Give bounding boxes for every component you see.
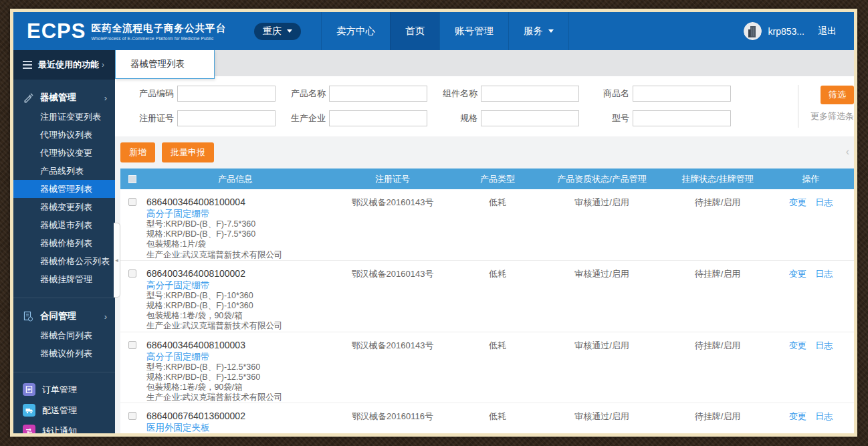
sidebar-group-label: 合同管理 bbox=[40, 310, 76, 322]
filter-label: 生产企业 bbox=[287, 112, 326, 124]
nav-home[interactable]: 首页 bbox=[390, 12, 439, 50]
sidebar-item-agency-agreement-list[interactable]: 代理协议列表 bbox=[13, 126, 115, 144]
chevron-down-icon bbox=[287, 29, 292, 33]
qual-status-cell: 审核通过/启用 bbox=[536, 266, 667, 332]
chevron-left-icon[interactable]: ‹ bbox=[846, 146, 849, 158]
qual-status-cell: 审核通过/启用 bbox=[536, 409, 667, 433]
product-name-input[interactable] bbox=[329, 86, 427, 102]
nav-seller-center[interactable]: 卖方中心 bbox=[321, 12, 390, 50]
table-row: 6864006764013600002 医用外固定夹板 型号:肩臂型-S;肩臂型… bbox=[120, 403, 854, 433]
recent-functions-toggle[interactable]: 最近使用的功能 › bbox=[13, 50, 115, 80]
add-button[interactable]: 新增 bbox=[120, 142, 155, 162]
sidebar-item-device-change-list[interactable]: 器械变更列表 bbox=[13, 198, 115, 216]
sidebar-group-label: 器械管理 bbox=[40, 92, 76, 104]
change-link[interactable]: 变更 bbox=[789, 197, 806, 209]
sidebar-item-device-price-public-list[interactable]: 器械价格公示列表 bbox=[13, 252, 115, 270]
row-checkbox[interactable] bbox=[128, 269, 136, 277]
batch-declare-button[interactable]: 批量申报 bbox=[162, 142, 214, 162]
sidebar-item-cert-change-list[interactable]: 注册证变更列表 bbox=[13, 108, 115, 126]
chevron-right-icon: › bbox=[104, 312, 107, 322]
nav-account-management[interactable]: 账号管理 bbox=[439, 12, 508, 50]
product-code-input[interactable] bbox=[177, 86, 276, 102]
col-header-product-type: 产品类型 bbox=[459, 169, 536, 189]
nav-services[interactable]: 服务 bbox=[508, 12, 569, 50]
product-info-cell: 6864003464008100003 高分子固定绷带 型号:KRP/BD-(B… bbox=[144, 338, 326, 403]
row-checkbox[interactable] bbox=[128, 412, 136, 420]
sidebar-collapse-handle[interactable]: ◂ bbox=[114, 223, 120, 298]
sidebar-item-device-negotiation-list[interactable]: 器械议价列表 bbox=[13, 344, 115, 362]
sidebar-item-device-price-list[interactable]: 器械价格列表 bbox=[13, 234, 115, 252]
recent-menu-popup: 器械管理列表 bbox=[115, 50, 215, 79]
chevron-right-icon: › bbox=[102, 60, 104, 70]
row-checkbox[interactable] bbox=[128, 198, 136, 206]
sidebar-item-agency-agreement-change[interactable]: 代理协议变更 bbox=[13, 144, 115, 162]
platform-title: 医药全流程电子商务公共平台 bbox=[91, 22, 226, 35]
cert-number-cell: 鄂汉械备20160116号 bbox=[326, 409, 459, 433]
more-filters-link[interactable]: 更多筛选条 bbox=[798, 110, 854, 122]
operations-cell: 变更 日志 bbox=[768, 266, 854, 332]
sidebar-item-device-listing-management[interactable]: 器械挂牌管理 bbox=[13, 270, 115, 288]
product-name-link[interactable]: 高分子固定绷带 bbox=[146, 280, 326, 291]
chevron-down-icon bbox=[548, 29, 554, 33]
recent-menu-item[interactable]: 器械管理列表 bbox=[130, 58, 185, 70]
sidebar-item-order-management[interactable]: 订单管理 bbox=[13, 379, 115, 400]
screen-frame: ECPS 医药全流程电子商务公共平台 WholeProcess of E-Com… bbox=[10, 9, 857, 437]
operations-cell: 变更 日志 bbox=[768, 195, 854, 260]
trade-name-input[interactable] bbox=[633, 86, 731, 102]
product-type-cell: 低耗 bbox=[459, 266, 536, 332]
product-name-link[interactable]: 高分子固定绷带 bbox=[146, 351, 326, 362]
filter-label: 注册证号 bbox=[135, 112, 174, 124]
log-link[interactable]: 日志 bbox=[815, 340, 833, 352]
listing-status-cell: 待挂牌/启用 bbox=[667, 409, 768, 433]
change-link[interactable]: 变更 bbox=[789, 411, 806, 423]
logout-link[interactable]: 退出 bbox=[818, 25, 837, 37]
cert-number-cell: 鄂汉械备20160143号 bbox=[326, 266, 459, 332]
product-name-link[interactable]: 高分子固定绷带 bbox=[146, 208, 326, 219]
top-nav: 卖方中心 首页 账号管理 服务 bbox=[321, 12, 569, 50]
log-link[interactable]: 日志 bbox=[815, 197, 833, 209]
manufacturer-input[interactable] bbox=[329, 110, 427, 126]
model-input[interactable] bbox=[633, 110, 731, 126]
sidebar-item-delivery-management[interactable]: 配送管理 bbox=[13, 400, 115, 421]
filter-label: 规格 bbox=[439, 112, 477, 124]
content-top-strip bbox=[115, 50, 854, 76]
hamburger-icon bbox=[23, 59, 32, 71]
sidebar-group-device-management[interactable]: 器械管理 › bbox=[13, 88, 115, 108]
row-checkbox[interactable] bbox=[128, 341, 136, 349]
component-name-input[interactable] bbox=[481, 86, 579, 102]
qual-status-cell: 审核通过/启用 bbox=[536, 338, 667, 403]
sidebar-item-product-line-list[interactable]: 产品线列表 bbox=[13, 162, 115, 180]
syringe-icon bbox=[23, 92, 33, 103]
avatar[interactable] bbox=[744, 22, 762, 40]
platform-title-block: 医药全流程电子商务公共平台 WholeProcess of E-Commerce… bbox=[91, 22, 226, 41]
product-name-link[interactable]: 医用外固定夹板 bbox=[146, 422, 326, 433]
change-link[interactable]: 变更 bbox=[789, 340, 806, 352]
col-header-operations: 操作 bbox=[768, 169, 854, 189]
sidebar-item-device-delist-list[interactable]: 器械退市列表 bbox=[13, 216, 115, 234]
sidebar-item-transfer-notice[interactable]: 转让通知 bbox=[13, 421, 115, 433]
username[interactable]: krp853... bbox=[768, 26, 804, 37]
filter-button[interactable]: 筛选 bbox=[821, 86, 854, 104]
recent-functions-label: 最近使用的功能 bbox=[38, 59, 99, 71]
qual-status-cell: 审核通过/启用 bbox=[536, 195, 667, 260]
log-link[interactable]: 日志 bbox=[815, 268, 833, 280]
select-all-checkbox[interactable] bbox=[128, 175, 136, 183]
col-header-cert-number: 注册证号 bbox=[326, 169, 459, 189]
logo[interactable]: ECPS 医药全流程电子商务公共平台 WholeProcess of E-Com… bbox=[13, 21, 226, 41]
change-link[interactable]: 变更 bbox=[789, 268, 806, 280]
log-link[interactable]: 日志 bbox=[815, 411, 833, 423]
top-header: ECPS 医药全流程电子商务公共平台 WholeProcess of E-Com… bbox=[13, 12, 854, 50]
product-table: 产品信息 注册证号 产品类型 产品资质状态/产品管理 挂牌状态/挂牌管理 操作 … bbox=[120, 169, 854, 433]
product-info-cell: 6864006764013600002 医用外固定夹板 型号:肩臂型-S;肩臂型… bbox=[144, 409, 326, 433]
sidebar-contract-section: 合同管理 › 器械合同列表 器械议价列表 bbox=[13, 298, 115, 372]
table-row: 6864003464008100003 高分子固定绷带 型号:KRP/BD-(B… bbox=[120, 332, 854, 404]
spec-input[interactable] bbox=[481, 110, 579, 126]
sidebar-item-device-contract-list[interactable]: 器械合同列表 bbox=[13, 326, 115, 344]
cert-number-input[interactable] bbox=[177, 110, 276, 126]
sidebar-group-contract-management[interactable]: 合同管理 › bbox=[13, 306, 115, 326]
sidebar-device-section: 器械管理 › 注册证变更列表 代理协议列表 代理协议变更 产品线列表 器械管理列… bbox=[13, 80, 115, 298]
sidebar-item-device-management-list[interactable]: 器械管理列表 bbox=[13, 180, 115, 198]
region-selector[interactable]: 重庆 bbox=[254, 23, 301, 40]
col-header-qual-status: 产品资质状态/产品管理 bbox=[536, 169, 667, 189]
operations-cell: 变更 日志 bbox=[768, 409, 854, 433]
